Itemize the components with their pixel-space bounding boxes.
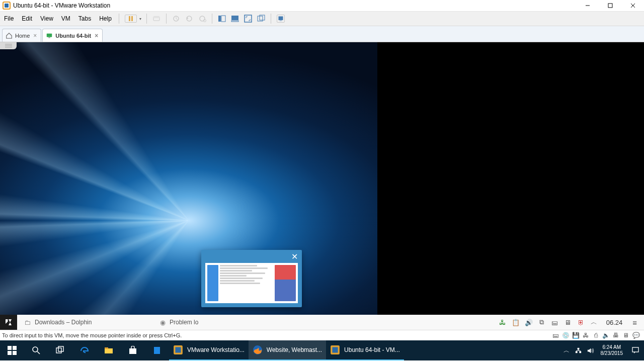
unity-button[interactable] <box>257 15 265 23</box>
fullscreen-button[interactable] <box>244 15 252 23</box>
tab-ubuntu[interactable]: Ubuntu 64-bit × <box>42 29 103 42</box>
svg-rect-42 <box>578 347 580 349</box>
svg-point-27 <box>33 347 38 352</box>
search-button[interactable] <box>24 340 48 360</box>
suspend-button[interactable] <box>125 15 137 23</box>
action-center-button[interactable] <box>627 346 644 354</box>
console-view-button[interactable] <box>277 15 285 23</box>
svg-rect-41 <box>579 351 581 353</box>
menu-edit[interactable]: Edit <box>18 12 36 26</box>
taskbar-item-firefox[interactable]: Website, Webmast... <box>249 340 326 360</box>
taskbar-thumbnail-preview[interactable]: ✕ <box>201 250 302 307</box>
separator <box>271 14 271 24</box>
minimize-button[interactable] <box>576 0 599 11</box>
cd-icon[interactable]: 💿 <box>561 331 570 339</box>
thumbnail-content <box>205 263 298 303</box>
svg-rect-19 <box>278 17 283 21</box>
chevron-up-icon[interactable]: ︿ <box>590 318 598 326</box>
file-explorer-button[interactable] <box>97 340 121 360</box>
show-thumbnail-button[interactable] <box>231 15 239 23</box>
guest-clock[interactable]: 06.24 <box>603 319 626 326</box>
network-icon[interactable]: 🖧 <box>499 318 507 326</box>
menu-tabs[interactable]: Tabs <box>74 12 95 26</box>
taskbar-item-vmware-vm[interactable]: Ubuntu 64-bit - VM... <box>326 340 404 360</box>
menu-toolbar: File Edit View VM Tabs Help ▾ <box>0 11 644 26</box>
vmware-status-bar: To direct input to this VM, move the mou… <box>0 330 644 340</box>
display-icon[interactable]: 🖥 <box>622 331 630 339</box>
guest-desktop-wallpaper <box>0 42 377 330</box>
store-button[interactable] <box>121 340 145 360</box>
tab-close-icon[interactable]: × <box>32 32 38 39</box>
host-date: 8/23/2015 <box>601 350 623 356</box>
sound-icon[interactable]: 🔈 <box>602 331 610 339</box>
printer-icon[interactable]: 🖶 <box>612 331 620 339</box>
svg-rect-36 <box>175 347 181 352</box>
message-icon[interactable]: 💬 <box>632 331 640 339</box>
tab-close-icon[interactable]: × <box>94 32 99 39</box>
svg-point-10 <box>200 16 205 21</box>
menu-vm[interactable]: VM <box>57 12 74 26</box>
app-button[interactable] <box>145 340 169 360</box>
battery-icon[interactable]: 🖥 <box>564 318 572 326</box>
host-clock[interactable]: 6:24 AM 8/23/2015 <box>597 344 627 356</box>
edge-button[interactable] <box>72 340 97 360</box>
svg-rect-12 <box>218 16 221 22</box>
svg-rect-31 <box>105 348 113 353</box>
guest-task-problem[interactable]: ◉ Problem lo <box>153 315 289 330</box>
host-systray: ︿ 6:24 AM 8/23/2015 <box>560 340 645 360</box>
svg-rect-25 <box>8 351 12 355</box>
svg-rect-39 <box>333 347 338 352</box>
svg-rect-33 <box>129 348 136 354</box>
hdd-icon[interactable]: 🖴 <box>551 331 559 339</box>
usb-icon[interactable]: ⎙ <box>592 331 600 339</box>
vmware-app-icon <box>3 2 11 10</box>
separator <box>119 14 119 24</box>
kde-kicker-button[interactable] <box>0 315 17 330</box>
taskbar-item-label: Website, Webmast... <box>267 346 322 353</box>
send-ctrl-alt-del-button[interactable] <box>152 15 160 23</box>
show-library-button[interactable] <box>218 15 226 23</box>
toolbar-pin-handle[interactable] <box>0 42 17 49</box>
svg-rect-16 <box>245 15 252 22</box>
clipboard-icon[interactable]: 📋 <box>512 318 520 326</box>
menu-file[interactable]: File <box>0 12 18 26</box>
svg-rect-23 <box>8 346 12 350</box>
svg-rect-1 <box>608 4 612 8</box>
tab-home[interactable]: Home × <box>2 29 41 42</box>
svg-rect-34 <box>154 347 160 354</box>
svg-rect-4 <box>129 16 130 21</box>
window-controls <box>576 0 644 11</box>
snapshot-revert-button[interactable] <box>185 15 193 23</box>
thumbnail-close-button[interactable]: ✕ <box>288 251 301 262</box>
svg-rect-40 <box>576 351 578 353</box>
close-button[interactable] <box>621 0 644 11</box>
maximize-button[interactable] <box>599 0 621 11</box>
menu-view[interactable]: View <box>36 12 57 26</box>
snapshot-take-button[interactable] <box>172 15 180 23</box>
tray-chevron-up-icon[interactable]: ︿ <box>560 340 573 360</box>
taskbar-item-vmware[interactable]: VMware Workstatio... <box>169 340 249 360</box>
svg-rect-43 <box>632 347 638 352</box>
device-icon[interactable]: 🖴 <box>551 318 559 326</box>
shield-icon[interactable]: ⛨ <box>577 318 585 326</box>
monitor-icon <box>46 32 53 39</box>
power-dropdown[interactable]: ▾ <box>139 17 143 21</box>
nic-icon[interactable]: 🖧 <box>582 331 590 339</box>
svg-rect-15 <box>231 21 238 22</box>
start-button[interactable] <box>0 340 24 360</box>
tray-network-icon[interactable] <box>573 340 585 360</box>
svg-rect-22 <box>49 37 51 38</box>
guest-systray: 🖧 📋 🔊 ⧉ 🖴 🖥 ⛨ ︿ 06.24 ≡ <box>499 318 644 327</box>
floppy-icon[interactable]: 💾 <box>572 331 580 339</box>
taskview-button[interactable] <box>48 340 72 360</box>
guest-task-dolphin[interactable]: 🗀 Downloads – Dolphin <box>17 315 153 330</box>
menu-help[interactable]: Help <box>95 12 116 26</box>
snapshot-manager-button[interactable] <box>198 15 206 23</box>
vm-viewport[interactable]: 🗀 Downloads – Dolphin ◉ Problem lo 🖧 📋 🔊… <box>0 42 644 330</box>
klipper-icon[interactable]: ⧉ <box>538 318 546 326</box>
status-message: To direct input to this VM, move the mou… <box>0 332 551 338</box>
svg-rect-32 <box>105 347 108 349</box>
hamburger-icon[interactable]: ≡ <box>630 318 639 327</box>
volume-icon[interactable]: 🔊 <box>525 318 533 326</box>
tray-volume-icon[interactable] <box>585 340 597 360</box>
